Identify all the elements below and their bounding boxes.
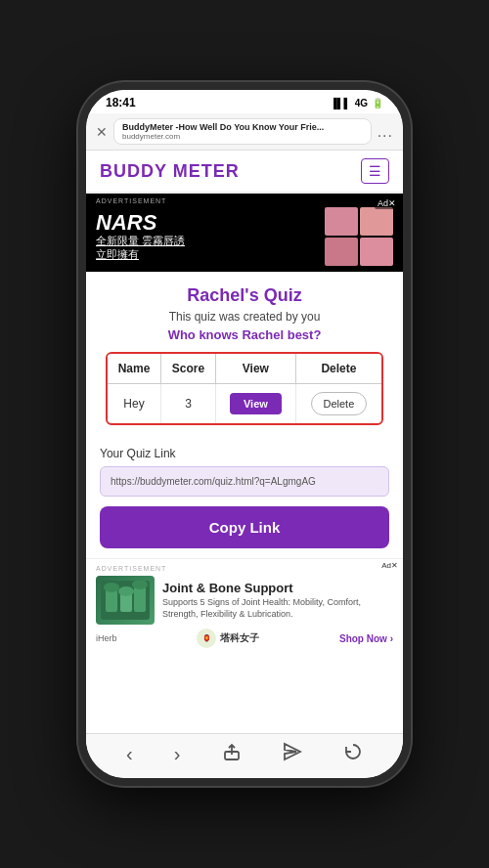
ad-img-2 — [360, 207, 393, 236]
nav-bar: BUDDY METER ☰ — [86, 151, 403, 194]
copy-link-button[interactable]: Copy Link — [100, 506, 389, 548]
top-ad-banner: ADVERTISEMENT NARS 全新限量 雲霧唇誘 立即擁有 — [86, 194, 403, 272]
svg-point-5 — [118, 586, 134, 596]
page-content: BUDDY METER ☰ ADVERTISEMENT NARS 全新限量 雲霧… — [86, 151, 403, 733]
cell-score: 3 — [160, 384, 215, 424]
browser-menu-dots[interactable]: ... — [378, 123, 393, 141]
ad-img-3 — [325, 238, 358, 266]
menu-button[interactable]: ☰ — [361, 158, 389, 184]
table-header-row: Name Score View Delete — [108, 354, 381, 384]
bottom-ad-cta-logo: 🏮 — [197, 629, 216, 648]
network-type: 4G — [355, 98, 368, 108]
col-view: View — [215, 354, 295, 384]
phone-inner: 18:41 ▐▌▌ 4G 🔋 ✕ BuddyMeter -How Well Do… — [86, 90, 403, 778]
ad-brand-nars: NARS — [96, 212, 185, 234]
bottom-ad-footer: iHerb 🏮 塔科女子 Shop Now › — [96, 629, 393, 648]
ad-content: NARS 全新限量 雲霧唇誘 立即擁有 — [96, 207, 393, 266]
bottom-ad-label: ADVERTISEMENT — [96, 565, 393, 572]
quiz-link-section: Your Quiz Link https://buddymeter.com/qu… — [86, 447, 403, 558]
ad-img-4 — [360, 238, 393, 266]
bottom-ad-desc: Supports 5 Signs of Joint Health: Mobili… — [162, 597, 393, 620]
bottom-ad-cta: 🏮 塔科女子 — [197, 629, 259, 648]
forward-button[interactable]: › — [174, 743, 181, 765]
back-button[interactable]: ‹ — [126, 743, 133, 765]
svg-marker-9 — [285, 744, 300, 760]
svg-point-4 — [104, 583, 119, 592]
bottom-ad: ADVERTISEMENT — [86, 558, 403, 654]
bottom-ad-content: Joint & Bone Support Supports 5 Signs of… — [96, 576, 393, 625]
brand-logo: BUDDY METER — [100, 161, 240, 182]
status-time: 18:41 — [106, 96, 136, 109]
quiz-tagline: Who knows Rachel best? — [102, 327, 387, 342]
delete-button[interactable]: Delete — [311, 392, 368, 415]
table-row: Hey 3 View Delete — [108, 384, 381, 424]
quiz-subtitle: This quiz was created by you — [102, 310, 387, 324]
bottom-nav: ‹ › — [86, 733, 403, 778]
phone-frame: 18:41 ▐▌▌ 4G 🔋 ✕ BuddyMeter -How Well Do… — [78, 82, 411, 786]
status-bar: 18:41 ▐▌▌ 4G 🔋 — [86, 90, 403, 113]
battery-icon: 🔋 — [372, 98, 383, 108]
reload-button[interactable] — [343, 742, 363, 766]
ad-subtitle: 全新限量 雲霧唇誘 立即擁有 — [96, 234, 185, 262]
shop-now-button[interactable]: Shop Now › — [339, 633, 393, 644]
status-icons: ▐▌▌ 4G 🔋 — [330, 98, 383, 108]
quiz-title: Rachel's Quiz — [102, 285, 387, 306]
ad-text-block: NARS 全新限量 雲霧唇誘 立即擁有 — [96, 212, 185, 262]
browser-title: BuddyMeter -How Well Do You Know Your Fr… — [122, 122, 363, 132]
share-button[interactable] — [222, 742, 242, 766]
browser-bar: ✕ BuddyMeter -How Well Do You Know Your … — [86, 113, 403, 151]
quiz-link-box[interactable]: https://buddymeter.com/quiz.html?q=ALgmg… — [100, 466, 389, 497]
cell-name: Hey — [108, 384, 160, 424]
ad-image-grid — [325, 207, 393, 266]
cell-delete: Delete — [295, 384, 381, 424]
cell-view: View — [215, 384, 295, 424]
bottom-ad-title: Joint & Bone Support — [162, 581, 393, 595]
browser-close-icon[interactable]: ✕ — [96, 124, 108, 140]
quiz-link-label: Your Quiz Link — [100, 447, 389, 460]
top-ad-label: ADVERTISEMENT — [96, 197, 393, 204]
bottom-ad-close[interactable]: Ad✕ — [378, 560, 401, 571]
svg-rect-3 — [134, 586, 146, 612]
browser-url-area[interactable]: BuddyMeter -How Well Do You Know Your Fr… — [113, 118, 372, 145]
view-button[interactable]: View — [230, 393, 282, 414]
col-score: Score — [160, 354, 215, 384]
send-button[interactable] — [283, 742, 302, 766]
quiz-section: Rachel's Quiz This quiz was created by y… — [86, 272, 403, 447]
top-ad-close[interactable]: Ad✕ — [375, 197, 399, 209]
signal-icon: ▐▌▌ — [330, 98, 350, 108]
browser-domain: buddymeter.com — [122, 132, 363, 141]
ad-img-1 — [325, 207, 358, 236]
bottom-ad-text-block: Joint & Bone Support Supports 5 Signs of… — [162, 581, 393, 620]
bottom-ad-cta-text: 塔科女子 — [220, 631, 259, 645]
bottom-ad-wrapper: ADVERTISEMENT — [86, 558, 403, 654]
col-name: Name — [108, 354, 160, 384]
col-delete: Delete — [295, 354, 381, 384]
bottom-ad-brand: iHerb — [96, 633, 117, 643]
bottom-ad-image — [96, 576, 155, 625]
results-table-container: Name Score View Delete Hey 3 — [106, 352, 383, 425]
results-table: Name Score View Delete Hey 3 — [108, 354, 381, 423]
